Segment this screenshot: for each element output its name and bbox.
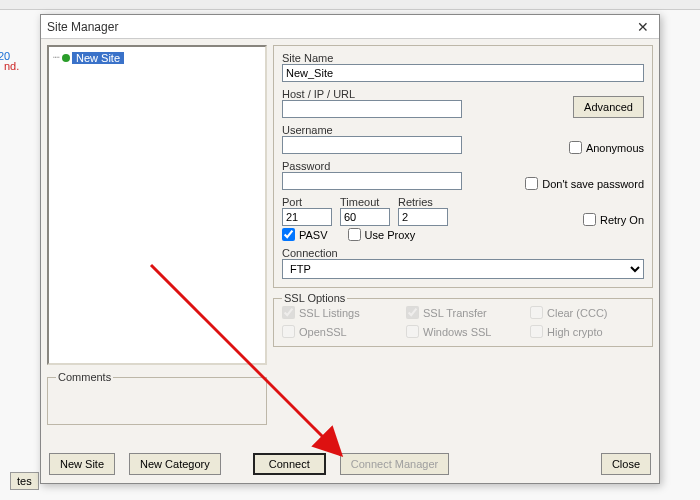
comments-label: Comments xyxy=(56,371,113,383)
connection-label: Connection xyxy=(282,247,644,259)
ssl-clear-input xyxy=(530,306,543,319)
new-site-button[interactable]: New Site xyxy=(49,453,115,475)
windows-ssl-input xyxy=(406,325,419,338)
ssl-transfer-input xyxy=(406,306,419,319)
connect-manager-button: Connect Manager xyxy=(340,453,449,475)
use-proxy-label: Use Proxy xyxy=(365,229,416,241)
host-label: Host / IP / URL xyxy=(282,88,565,100)
windows-ssl-label: Windows SSL xyxy=(423,326,491,338)
retries-input[interactable] xyxy=(398,208,448,226)
site-status-icon xyxy=(62,54,70,62)
bg-button: tes xyxy=(10,472,39,490)
pasv-label: PASV xyxy=(299,229,328,241)
username-label: Username xyxy=(282,124,561,136)
ssl-clear-checkbox: Clear (CCC) xyxy=(530,306,644,319)
site-name-input[interactable] xyxy=(282,64,644,82)
openssl-input xyxy=(282,325,295,338)
timeout-input[interactable] xyxy=(340,208,390,226)
tree-connector: ┈ xyxy=(53,51,60,64)
ssl-listings-label: SSL Listings xyxy=(299,307,360,319)
windows-ssl-checkbox: Windows SSL xyxy=(406,325,520,338)
pasv-input[interactable] xyxy=(282,228,295,241)
dont-save-password-label: Don't save password xyxy=(542,178,644,190)
anonymous-checkbox[interactable]: Anonymous xyxy=(569,141,644,154)
bg-text: nd. xyxy=(4,60,19,72)
ssl-options-label: SSL Options xyxy=(282,292,347,304)
openssl-checkbox: OpenSSL xyxy=(282,325,396,338)
tree-item-label: New Site xyxy=(72,52,124,64)
anonymous-label: Anonymous xyxy=(586,142,644,154)
dont-save-password-input[interactable] xyxy=(525,177,538,190)
retry-on-input[interactable] xyxy=(583,213,596,226)
connection-select[interactable]: FTP xyxy=(282,259,644,279)
anonymous-checkbox-input[interactable] xyxy=(569,141,582,154)
host-input[interactable] xyxy=(282,100,462,118)
retry-on-checkbox[interactable]: Retry On xyxy=(583,213,644,226)
new-category-button[interactable]: New Category xyxy=(129,453,221,475)
ssl-options-fieldset: SSL Options SSL Listings SSL Transfer Cl… xyxy=(273,292,653,347)
username-input[interactable] xyxy=(282,136,462,154)
connect-button[interactable]: Connect xyxy=(253,453,326,475)
ssl-listings-input xyxy=(282,306,295,319)
tree-item[interactable]: ┈ New Site xyxy=(53,51,124,64)
retry-on-label: Retry On xyxy=(600,214,644,226)
port-input[interactable] xyxy=(282,208,332,226)
pasv-checkbox[interactable]: PASV xyxy=(282,228,328,241)
high-crypto-checkbox: High crypto xyxy=(530,325,644,338)
retries-label: Retries xyxy=(398,196,448,208)
timeout-label: Timeout xyxy=(340,196,390,208)
site-tree[interactable]: ┈ New Site xyxy=(47,45,267,365)
site-form: Site Name Host / IP / URL Advanced Usern… xyxy=(273,45,653,288)
high-crypto-label: High crypto xyxy=(547,326,603,338)
port-label: Port xyxy=(282,196,332,208)
close-button[interactable]: Close xyxy=(601,453,651,475)
dont-save-password-checkbox[interactable]: Don't save password xyxy=(525,177,644,190)
advanced-button[interactable]: Advanced xyxy=(573,96,644,118)
password-input[interactable] xyxy=(282,172,462,190)
ssl-transfer-checkbox: SSL Transfer xyxy=(406,306,520,319)
site-name-label: Site Name xyxy=(282,52,644,64)
window-title: Site Manager xyxy=(47,20,118,34)
high-crypto-input xyxy=(530,325,543,338)
titlebar: Site Manager ✕ xyxy=(41,15,659,39)
openssl-label: OpenSSL xyxy=(299,326,347,338)
password-label: Password xyxy=(282,160,517,172)
close-icon[interactable]: ✕ xyxy=(633,19,653,35)
ssl-transfer-label: SSL Transfer xyxy=(423,307,487,319)
ssl-clear-label: Clear (CCC) xyxy=(547,307,608,319)
site-manager-dialog: Site Manager ✕ ┈ New Site Comments Site … xyxy=(40,14,660,484)
comments-fieldset: Comments xyxy=(47,371,267,425)
use-proxy-input[interactable] xyxy=(348,228,361,241)
use-proxy-checkbox[interactable]: Use Proxy xyxy=(348,228,416,241)
ssl-listings-checkbox: SSL Listings xyxy=(282,306,396,319)
